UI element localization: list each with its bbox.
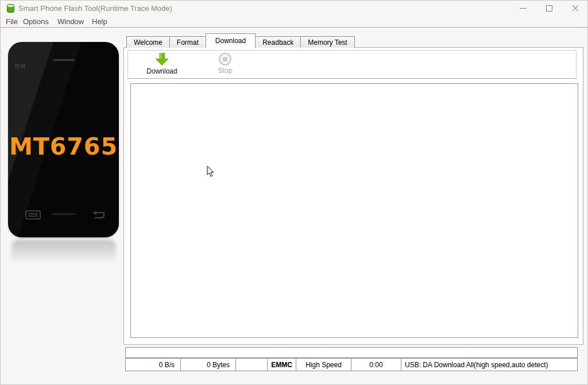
tab-memory-test[interactable]: Memory Test [300, 36, 354, 48]
stop-icon [219, 53, 231, 66]
maximize-button[interactable] [540, 2, 558, 14]
download-settings-box [130, 83, 578, 338]
phone-back-icon [90, 210, 105, 221]
menubar: File Options Window Help [0, 16, 588, 27]
app-icon [7, 4, 14, 13]
status-usb-message: USB: DA Download All(high speed,auto det… [401, 358, 578, 371]
status-bytes: 0 Bytes [180, 358, 236, 371]
tab-readback[interactable]: Readback [255, 36, 301, 48]
titlebar: Smart Phone Flash Tool(Runtime Trace Mod… [0, 0, 588, 16]
menu-item-help[interactable]: Help [92, 17, 107, 26]
tab-download[interactable]: Download [206, 33, 256, 48]
minimize-button[interactable] [514, 2, 532, 14]
tab-format[interactable]: Format [169, 36, 206, 48]
phone-home-icon [52, 213, 76, 215]
mouse-cursor [207, 165, 215, 178]
window-title: Smart Phone Flash Tool(Runtime Trace Mod… [18, 4, 172, 13]
menu-item-window[interactable]: Window [57, 17, 84, 26]
menu-item-file[interactable]: File [6, 17, 18, 26]
status-usb-speed: High Speed [296, 358, 351, 371]
status-elapsed-time: 0:00 [351, 358, 401, 371]
phone-menu-icon [25, 210, 41, 220]
menu-separator [0, 27, 588, 28]
close-icon [572, 5, 579, 12]
download-button-label: Download [144, 67, 180, 75]
status-empty-cell [235, 358, 268, 371]
download-arrow-icon [155, 53, 169, 66]
phone-reflection [11, 240, 116, 264]
chipset-label: MT6765 [8, 133, 119, 160]
stop-button[interactable]: Stop [207, 53, 243, 75]
status-storage-type: EMMC [267, 358, 296, 371]
status-speed: 0 B/s [125, 358, 181, 371]
progress-bar [125, 347, 578, 358]
tab-welcome[interactable]: Welcome [126, 36, 170, 48]
tab-bar: Welcome Format Download Readback Memory … [126, 33, 354, 48]
phone-graphic: BM MT6765 [8, 42, 119, 237]
toolbar: Download Stop [127, 50, 577, 79]
stop-button-label: Stop [207, 67, 243, 75]
download-button[interactable]: Download [144, 53, 180, 75]
statusbar: 0 B/s 0 Bytes EMMC High Speed 0:00 USB: … [125, 358, 578, 371]
maximize-icon [546, 5, 552, 11]
minimize-icon [520, 8, 527, 9]
menu-item-options[interactable]: Options [23, 17, 49, 26]
phone-speaker [53, 59, 75, 61]
close-button[interactable] [566, 2, 585, 14]
phone-brand-text: BM [15, 63, 26, 70]
